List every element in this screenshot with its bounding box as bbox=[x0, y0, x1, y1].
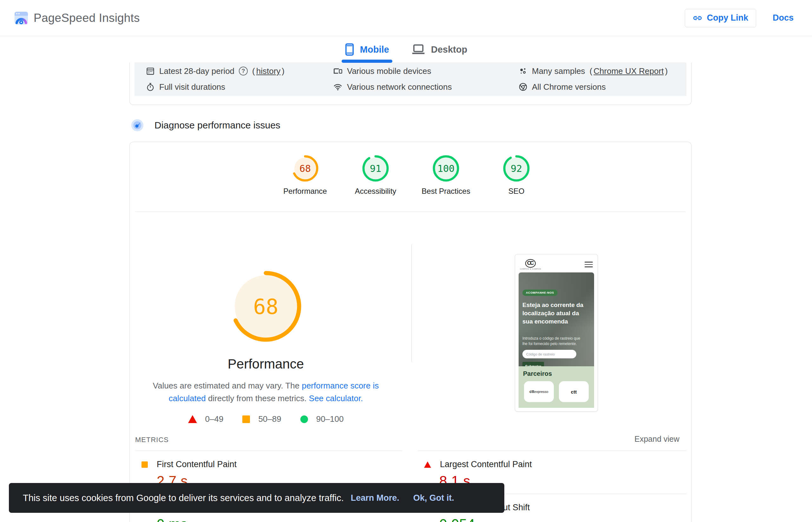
crux-paren-close: ) bbox=[665, 66, 668, 76]
diagnose-title: Diagnose performance issues bbox=[155, 120, 280, 130]
vertical-divider bbox=[411, 244, 412, 362]
score-label: Best Practices bbox=[421, 187, 470, 196]
score-label: Performance bbox=[283, 187, 327, 196]
score-best-practices[interactable]: 100 Best Practices bbox=[414, 155, 478, 196]
see-calculator-link[interactable]: See calculator. bbox=[309, 394, 363, 403]
history-paren-close: ) bbox=[282, 66, 284, 76]
preview-heading: Esteja ao corrente da localização atual … bbox=[522, 301, 589, 326]
chrome-text: All Chrome versions bbox=[532, 82, 606, 92]
average-range-icon bbox=[242, 416, 250, 423]
preview-submit-button: Submeter bbox=[522, 362, 544, 366]
svg-text:68: 68 bbox=[253, 295, 278, 319]
crux-paren-open: ( bbox=[590, 66, 593, 76]
desc-text: Values are estimated and may vary. The bbox=[153, 381, 302, 390]
preview-partner-ctt: ctt bbox=[559, 381, 589, 402]
samples-icon bbox=[519, 66, 528, 76]
preview-partners-section: Parceiros cttexpresso ctt bbox=[519, 366, 594, 408]
score-calc-link-2[interactable]: calculated bbox=[169, 394, 206, 403]
cookie-banner: This site uses cookies from Google to de… bbox=[9, 483, 504, 513]
fail-icon bbox=[424, 461, 431, 468]
preview-menu-icon bbox=[585, 259, 593, 269]
svg-text:68: 68 bbox=[299, 163, 311, 174]
performance-section-title: Performance bbox=[171, 357, 361, 372]
preview-badge: ACOMPANHE-NOS bbox=[522, 289, 558, 296]
fail-range-label: 0–49 bbox=[205, 414, 224, 424]
score-accessibility[interactable]: 91 Accessibility bbox=[344, 155, 407, 196]
score-calc-link[interactable]: performance score is bbox=[302, 381, 379, 390]
copy-link-button[interactable]: Copy Link bbox=[685, 9, 756, 27]
score-label: SEO bbox=[509, 187, 524, 196]
docs-link[interactable]: Docs bbox=[773, 13, 794, 23]
field-data-chrome: All Chrome versions bbox=[519, 81, 606, 93]
svg-text:100: 100 bbox=[437, 163, 455, 174]
field-data-devices: Various mobile devices bbox=[333, 65, 431, 77]
field-data-network: Various network connections bbox=[333, 81, 452, 93]
svg-text:91: 91 bbox=[370, 163, 381, 174]
devices-text: Various mobile devices bbox=[347, 66, 431, 76]
samples-text: Many samples bbox=[532, 66, 585, 76]
chrome-icon bbox=[519, 82, 528, 91]
crux-link[interactable]: Chrome UX Report bbox=[593, 66, 664, 76]
device-tabs: Mobile Desktop bbox=[0, 36, 812, 63]
page-title: PageSpeed Insights bbox=[34, 12, 140, 25]
devices-icon bbox=[333, 66, 342, 76]
diagnose-gauge-icon bbox=[131, 119, 144, 132]
score-label: Accessibility bbox=[355, 187, 396, 196]
preview-tracking-input: Código de rastreio bbox=[522, 350, 576, 358]
mobile-phone-icon bbox=[345, 43, 354, 56]
network-text: Various network connections bbox=[347, 82, 452, 92]
lab-results-card: 68 Performance 91 Accessibility 100 Best… bbox=[130, 142, 691, 522]
pagespeed-insights-page: PageSpeed Insights Copy Link Docs Mobile bbox=[0, 0, 812, 522]
metric-name: Largest Contentful Paint bbox=[440, 460, 532, 469]
history-paren-open: ( bbox=[252, 66, 255, 76]
preview-partners-title: Parceiros bbox=[523, 370, 590, 377]
score-seo[interactable]: 92 SEO bbox=[485, 155, 548, 196]
preview-site-logo: CC CAMPOS & CAMPOS bbox=[520, 259, 541, 270]
pass-range-label: 90–100 bbox=[316, 414, 344, 424]
metric-value: 0.054 bbox=[439, 516, 687, 522]
wifi-icon bbox=[333, 82, 342, 91]
tab-mobile-label: Mobile bbox=[360, 44, 389, 55]
preview-subtext: Introduza o código de rastreio que lhe f… bbox=[522, 336, 584, 347]
field-data-samples: Many samples (Chrome UX Report) bbox=[519, 65, 668, 77]
history-link[interactable]: history bbox=[256, 66, 281, 76]
durations-text: Full visit durations bbox=[159, 82, 225, 92]
average-icon bbox=[141, 461, 148, 468]
pass-range-icon bbox=[300, 416, 308, 423]
cookie-ok-button[interactable]: Ok, Got it. bbox=[413, 493, 454, 503]
metrics-section-label: METRICS bbox=[135, 436, 169, 444]
cookie-message: This site uses cookies from Google to de… bbox=[23, 493, 344, 503]
divider bbox=[135, 212, 686, 212]
field-data-summary: Latest 28-day period ? (history) Full vi… bbox=[135, 62, 687, 96]
link-icon bbox=[693, 13, 702, 23]
svg-text:92: 92 bbox=[511, 163, 522, 174]
score-legend: 0–49 50–89 90–100 bbox=[158, 414, 374, 424]
copy-link-label: Copy Link bbox=[707, 13, 748, 23]
diagnose-section-header: Diagnose performance issues bbox=[131, 119, 280, 132]
tab-desktop-label: Desktop bbox=[431, 44, 467, 55]
field-data-durations: Full visit durations bbox=[146, 81, 225, 93]
fail-range-icon bbox=[188, 415, 197, 423]
performance-description: Values are estimated and may vary. The p… bbox=[148, 379, 383, 405]
preview-hero-image: ACOMPANHE-NOS Esteja ao corrente da loca… bbox=[519, 273, 594, 366]
average-range-label: 50–89 bbox=[258, 414, 281, 424]
performance-gauge: 68 bbox=[228, 268, 304, 344]
expand-view-button[interactable]: Expand view bbox=[634, 435, 679, 444]
calendar-icon bbox=[146, 66, 155, 76]
metric-value: 0 ms bbox=[157, 516, 402, 522]
tab-mobile[interactable]: Mobile bbox=[345, 43, 389, 56]
cookie-learn-more-link[interactable]: Learn More. bbox=[351, 493, 399, 503]
stopwatch-icon bbox=[146, 82, 155, 91]
score-performance[interactable]: 68 Performance bbox=[273, 155, 337, 196]
preview-partner-cttexpresso: cttexpresso bbox=[524, 381, 554, 402]
field-data-period: Latest 28-day period ? (history) bbox=[146, 65, 284, 77]
desc-text-2: directly from these metrics. bbox=[206, 394, 309, 403]
desktop-laptop-icon bbox=[411, 44, 425, 55]
tab-desktop[interactable]: Desktop bbox=[411, 44, 467, 55]
app-header: PageSpeed Insights Copy Link Docs bbox=[0, 0, 812, 36]
metric-name: First Contentful Paint bbox=[157, 460, 237, 469]
pagespeed-logo-icon bbox=[14, 11, 28, 25]
field-data-card: Latest 28-day period ? (history) Full vi… bbox=[130, 62, 691, 105]
help-icon[interactable]: ? bbox=[239, 66, 248, 76]
period-text: Latest 28-day period bbox=[159, 66, 234, 76]
